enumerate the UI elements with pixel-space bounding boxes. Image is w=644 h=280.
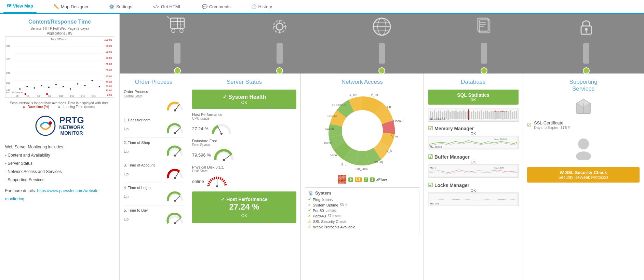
svg-text:HP: HP	[387, 106, 391, 109]
prtg-logo-icon	[35, 116, 56, 136]
svg-rect-153	[512, 112, 513, 119]
svg-text:Min: 0: Min: 0	[430, 167, 437, 169]
database-column: Database SQL Statistics OK Min: 352 kB	[424, 74, 523, 280]
wifi-icon: 📡	[308, 190, 313, 196]
ping-check-icon: ✔	[308, 197, 311, 202]
svg-text:S_...: S_...	[341, 163, 348, 166]
server-status-title: Server Status	[192, 79, 296, 85]
svg-rect-123	[455, 110, 457, 119]
host-performance-box: ✓ Host Performance 27.24 % OK	[192, 191, 296, 223]
globe-icon-item	[368, 14, 395, 74]
svg-rect-140	[487, 110, 488, 119]
svg-point-93	[216, 185, 218, 187]
locks-check-icon: ☑	[428, 182, 433, 188]
datastore-gauge	[214, 148, 234, 162]
info-item-1: - Content and Availability	[5, 151, 114, 159]
svg-text:9/9: 9/9	[37, 95, 40, 97]
xflow-section: 🧱 9 U1 7 1 xFlow	[305, 175, 419, 184]
designer-icon: ✏️	[54, 4, 59, 9]
weak-proto-warn-icon: ⚠	[308, 225, 311, 229]
svg-rect-164	[429, 194, 517, 205]
order-item-2-name: 2. Time of Shop	[124, 141, 184, 145]
loading-legend: ● Loading Time (msec)	[58, 105, 96, 109]
nav-settings[interactable]: ⚙️ Settings	[106, 0, 136, 13]
pages-indicator	[481, 67, 487, 74]
system-uptime: ✔ System Uptime 53 d	[308, 203, 416, 207]
svg-rect-145	[496, 112, 498, 119]
svg-rect-126	[461, 111, 462, 119]
nav-comments-label: Comments	[209, 4, 231, 9]
svg-point-39	[24, 93, 26, 95]
icons-bar	[120, 14, 644, 74]
nav-view-map[interactable]: 🗺 View Map	[3, 0, 37, 13]
svg-point-37	[91, 80, 93, 81]
map-icon: 🗺	[7, 3, 11, 9]
info-title: Web Server Monitoring includes:	[5, 143, 114, 151]
sql-chart-min: Min: 352 kB	[429, 117, 446, 120]
dashboard-columns: Order Process Order Process Global State…	[120, 74, 644, 280]
nav-history-label: History	[258, 4, 272, 9]
svg-text:Cisco ASA: Cisco ASA	[393, 119, 403, 123]
svg-text:0.00: 0.00	[107, 94, 112, 96]
system-health-status: OK	[196, 100, 292, 105]
order-item-1-name: 1. Paessler.com	[124, 118, 184, 122]
xflow-badge-9: 9	[348, 177, 353, 182]
gauge-4	[166, 190, 184, 202]
nav-history[interactable]: 🕐 History	[248, 0, 276, 13]
nav-comments[interactable]: 💬 Comments	[199, 0, 234, 13]
svg-point-58	[180, 29, 183, 32]
svg-point-27	[19, 88, 21, 90]
svg-point-79	[174, 132, 176, 134]
locks-manager-title: ☑ Locks Manager	[428, 182, 519, 188]
info-link-label: For more details:	[5, 188, 37, 193]
svg-text:60.00: 60.00	[106, 63, 112, 66]
svg-line-76	[175, 104, 179, 110]
svg-point-33	[63, 86, 64, 87]
svg-point-81	[174, 155, 176, 157]
order-item-1-row: Up	[124, 123, 184, 138]
lock-icon-item	[573, 14, 600, 74]
system-port80: ✔ Port80 5 msec	[308, 208, 416, 213]
globe-tube	[379, 43, 385, 64]
prtg-sub-text: NETWORKMONITOR	[59, 124, 84, 136]
svg-rect-135	[477, 111, 478, 119]
svg-point-30	[41, 85, 42, 86]
nav-map-designer[interactable]: ✏️ Map Designer	[50, 0, 92, 13]
disk-gauge	[207, 174, 227, 188]
order-item-2-status: Up	[124, 149, 129, 154]
nav-get-html[interactable]: </> Get HTML	[149, 0, 185, 13]
chart-subtitle: Sensor: HTTP Full Web Page (2 days)	[5, 27, 114, 30]
svg-text:CISCO: CISCO	[327, 114, 337, 118]
xflow-badge-1: 1	[370, 177, 375, 182]
globe-indicator	[378, 67, 385, 74]
svg-text:50.00: 50.00	[106, 69, 112, 72]
svg-point-35	[77, 83, 78, 84]
system-ping: ✔ Ping 5 msec	[308, 197, 416, 202]
server-status-column: Server Status ✓ System Health OK Host Pe…	[188, 74, 301, 280]
pages-icon-svg	[470, 14, 498, 40]
svg-text:10.00: 10.00	[106, 89, 112, 92]
order-global-state: Global State	[124, 94, 184, 98]
disk-sub: Disk State	[192, 169, 296, 173]
svg-text:9/8: 9/8	[16, 95, 19, 97]
svg-point-91	[223, 159, 225, 161]
svg-rect-118	[446, 111, 447, 119]
svg-text:9/10: 9/10	[59, 95, 63, 97]
datastore-sub: Free Space	[192, 143, 296, 147]
ssl-cert-info: SSL Certificate Days to Expire: 375 #	[534, 120, 570, 130]
order-global-row	[124, 100, 184, 115]
system-weak-proto: ⚠ Weak Protocols Available	[308, 225, 416, 229]
system-health-label: ✓ System Health	[196, 94, 292, 100]
cart-indicator	[174, 67, 181, 74]
order-item-1-status: Up	[124, 127, 129, 131]
ssl-days-label: Days to Expire:	[534, 125, 560, 130]
security-warn-title: W SSL Security Check	[530, 170, 637, 175]
svg-rect-154	[514, 111, 515, 119]
svg-point-40	[46, 93, 48, 95]
supporting-services-title: SupportingServices	[527, 79, 640, 92]
locks-chart: Min: 20.8	[428, 192, 519, 206]
chart-note: Scan interval is longer than averages. D…	[5, 101, 114, 105]
ssl-cert-check-icon: ☑	[527, 122, 531, 128]
svg-point-61	[276, 23, 283, 30]
svg-rect-149	[504, 112, 506, 119]
